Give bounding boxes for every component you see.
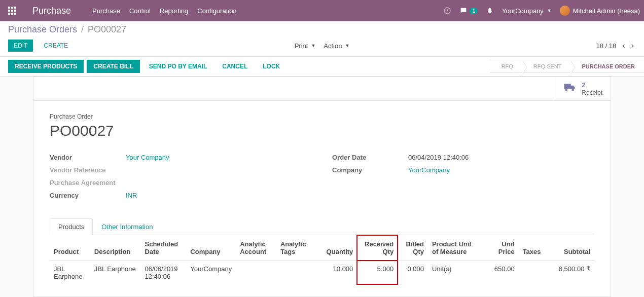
action-dropdown[interactable]: Action ▼: [324, 42, 349, 50]
cell-subtotal: 6,500.00 ₹: [549, 261, 594, 284]
lock-button[interactable]: LOCK: [257, 60, 286, 73]
nav-reporting[interactable]: Reporting: [160, 7, 188, 15]
col-uom[interactable]: Product Unit of Measure: [428, 235, 483, 261]
pager-next[interactable]: ›: [629, 40, 636, 51]
nav-menu: Purchase Control Reporting Configuration: [92, 7, 237, 15]
cell-unit-price: 650.00: [483, 261, 519, 284]
edit-button[interactable]: EDIT: [8, 40, 33, 52]
stat-label: Receipt: [582, 89, 602, 96]
create-bill-button[interactable]: CREATE BILL: [87, 60, 139, 73]
step-purchase-order[interactable]: PURCHASE ORDER: [570, 60, 644, 73]
purchase-agreement-label: Purchase Agreement: [50, 179, 126, 187]
tab-other-info[interactable]: Other Information: [93, 218, 161, 235]
col-received-qty[interactable]: Received Qty: [357, 235, 398, 261]
cell-analytic-tags: [276, 261, 317, 284]
cancel-button[interactable]: CANCEL: [216, 60, 254, 73]
nav-control[interactable]: Control: [129, 7, 151, 15]
avatar: [560, 6, 570, 16]
vendor-link[interactable]: Your Company: [126, 154, 169, 161]
receipt-stat-button[interactable]: 2 Receipt: [555, 77, 611, 100]
top-navbar: Purchase Purchase Control Reporting Conf…: [0, 0, 644, 21]
breadcrumb-current: PO00027: [88, 24, 126, 35]
chevron-down-icon: ▼: [547, 8, 552, 13]
col-product[interactable]: Product: [50, 235, 90, 261]
pager-prev[interactable]: ‹: [620, 40, 627, 51]
user-dropdown[interactable]: Mitchell Admin (treesa): [560, 6, 640, 16]
activity-icon[interactable]: [443, 7, 451, 15]
status-steps: RFQ RFQ SENT PURCHASE ORDER: [490, 60, 644, 73]
cell-analytic-account: [236, 261, 276, 284]
company-label: Company: [332, 166, 408, 174]
col-billed-qty[interactable]: Billed Qty: [398, 235, 428, 261]
col-scheduled-date[interactable]: Scheduled Date: [141, 235, 187, 261]
print-dropdown[interactable]: Print ▼: [295, 42, 316, 50]
cell-received-qty: 5.000: [357, 261, 398, 284]
cell-scheduled-date: 06/06/2019 12:40:06: [141, 261, 187, 284]
order-date-label: Order Date: [332, 154, 408, 161]
create-button[interactable]: CREATE: [38, 40, 74, 52]
app-brand: Purchase: [29, 6, 77, 16]
tab-products[interactable]: Products: [50, 218, 93, 235]
table-row[interactable]: JBL Earphone JBL Earphone 06/06/2019 12:…: [50, 261, 594, 284]
chevron-down-icon: ▼: [311, 43, 315, 48]
purchase-order-number: PO00027: [50, 122, 594, 139]
cell-quantity: 10.000: [317, 261, 357, 284]
vendor-label: Vendor: [50, 154, 126, 161]
company-link[interactable]: YourCompany: [408, 166, 450, 174]
col-analytic-tags[interactable]: Analytic Tags: [276, 235, 317, 261]
col-unit-price[interactable]: Unit Price: [483, 235, 519, 261]
currency-link[interactable]: INR: [126, 192, 137, 199]
debug-icon[interactable]: [486, 7, 494, 15]
user-name: Mitchell Admin (treesa): [573, 7, 640, 15]
receive-products-button[interactable]: RECEIVE PRODUCTS: [8, 60, 84, 73]
breadcrumb: Purchase Orders / PO00027: [8, 24, 636, 35]
col-subtotal[interactable]: Subtotal: [549, 235, 594, 261]
pager-text: 18 / 18: [596, 42, 617, 50]
nav-configuration[interactable]: Configuration: [197, 7, 236, 15]
order-lines-table: Product Description Scheduled Date Compa…: [50, 235, 594, 284]
col-analytic-account[interactable]: Analytic Account: [236, 235, 276, 261]
tabs: Products Other Information: [50, 218, 594, 235]
truck-icon: [563, 82, 577, 95]
control-panel: Purchase Orders / PO00027 EDIT CREATE Pr…: [0, 21, 644, 57]
step-rfq-sent[interactable]: RFQ SENT: [522, 60, 571, 73]
order-date-value: 06/04/2019 12:40:06: [408, 154, 594, 161]
cell-description: JBL Earphone: [90, 261, 141, 284]
cell-billed-qty: 0.000: [398, 261, 428, 284]
messaging-icon[interactable]: 1: [459, 7, 478, 15]
cell-taxes: [519, 261, 549, 284]
apps-icon[interactable]: [4, 3, 20, 19]
chevron-down-icon: ▼: [345, 43, 349, 48]
currency-label: Currency: [50, 192, 126, 199]
vendor-ref-label: Vendor Reference: [50, 166, 126, 174]
form-sheet: 2 Receipt Purchase Order PO00027 Vendor …: [33, 77, 611, 297]
company-name: YourCompany: [502, 7, 544, 15]
cell-product: JBL Earphone: [50, 261, 90, 284]
action-label: Action: [324, 42, 342, 50]
statusbar: RECEIVE PRODUCTS CREATE BILL SEND PO BY …: [0, 57, 644, 77]
send-po-button[interactable]: SEND PO BY EMAIL: [143, 60, 213, 73]
col-quantity[interactable]: Quantity: [317, 235, 357, 261]
print-label: Print: [295, 42, 308, 50]
cell-uom: Unit(s): [428, 261, 483, 284]
col-description[interactable]: Description: [90, 235, 141, 261]
col-company[interactable]: Company: [186, 235, 236, 261]
stat-buttons-row: 2 Receipt: [33, 77, 611, 101]
pager: 18 / 18 ‹ ›: [596, 40, 636, 51]
breadcrumb-parent[interactable]: Purchase Orders: [8, 24, 77, 35]
step-rfq[interactable]: RFQ: [490, 60, 522, 73]
col-taxes[interactable]: Taxes: [519, 235, 549, 261]
cell-company: YourCompany: [186, 261, 236, 284]
company-dropdown[interactable]: YourCompany ▼: [502, 7, 552, 15]
nav-purchase[interactable]: Purchase: [92, 7, 120, 15]
stat-count: 2: [582, 81, 602, 89]
messaging-badge: 1: [470, 8, 478, 14]
breadcrumb-sep: /: [81, 24, 84, 35]
form-title-label: Purchase Order: [50, 113, 594, 120]
